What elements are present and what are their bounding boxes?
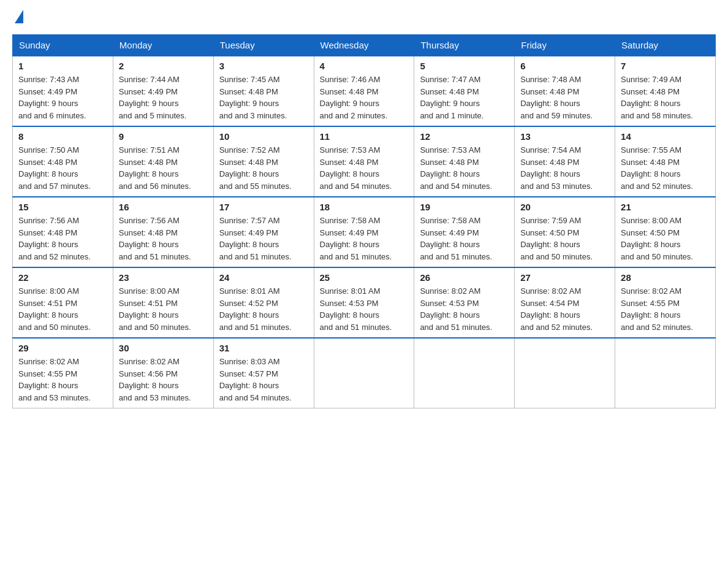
- day-info: Sunrise: 7:55 AMSunset: 4:48 PMDaylight:…: [621, 144, 710, 192]
- day-info: Sunrise: 8:00 AMSunset: 4:50 PMDaylight:…: [621, 215, 710, 262]
- calendar-header: SundayMondayTuesdayWednesdayThursdayFrid…: [13, 35, 716, 56]
- day-info: Sunrise: 7:58 AMSunset: 4:49 PMDaylight:…: [320, 215, 409, 262]
- calendar-week-row: 15Sunrise: 7:56 AMSunset: 4:48 PMDayligh…: [13, 197, 716, 267]
- calendar-day-cell: 7Sunrise: 7:49 AMSunset: 4:48 PMDaylight…: [615, 56, 716, 126]
- calendar-day-cell: 21Sunrise: 8:00 AMSunset: 4:50 PMDayligh…: [615, 197, 716, 267]
- calendar-week-row: 8Sunrise: 7:50 AMSunset: 4:48 PMDaylight…: [13, 126, 716, 197]
- calendar-day-cell: [414, 338, 515, 408]
- logo: [12, 12, 23, 23]
- day-info: Sunrise: 7:49 AMSunset: 4:48 PMDaylight:…: [621, 74, 710, 121]
- calendar-day-cell: 1Sunrise: 7:43 AMSunset: 4:49 PMDaylight…: [13, 56, 113, 126]
- calendar-week-row: 22Sunrise: 8:00 AMSunset: 4:51 PMDayligh…: [13, 267, 716, 338]
- day-number: 23: [119, 272, 208, 283]
- day-number: 17: [219, 202, 308, 212]
- day-number: 2: [119, 61, 208, 71]
- day-info: Sunrise: 7:52 AMSunset: 4:48 PMDaylight:…: [219, 144, 308, 192]
- day-info: Sunrise: 7:51 AMSunset: 4:48 PMDaylight:…: [119, 144, 208, 192]
- day-info: Sunrise: 7:56 AMSunset: 4:48 PMDaylight:…: [18, 215, 107, 262]
- calendar-day-cell: 11Sunrise: 7:53 AMSunset: 4:48 PMDayligh…: [314, 126, 414, 197]
- day-number: 13: [520, 131, 609, 142]
- day-info: Sunrise: 7:59 AMSunset: 4:50 PMDaylight:…: [520, 215, 609, 262]
- day-number: 29: [18, 343, 107, 353]
- day-number: 24: [219, 272, 308, 283]
- day-info: Sunrise: 7:43 AMSunset: 4:49 PMDaylight:…: [18, 74, 107, 121]
- calendar-day-cell: 19Sunrise: 7:58 AMSunset: 4:49 PMDayligh…: [414, 197, 515, 267]
- day-number: 11: [320, 131, 409, 142]
- day-number: 12: [420, 131, 509, 142]
- calendar-day-cell: 27Sunrise: 8:02 AMSunset: 4:54 PMDayligh…: [515, 267, 615, 338]
- weekday-header-tuesday: Tuesday: [213, 35, 314, 56]
- calendar-day-cell: 15Sunrise: 7:56 AMSunset: 4:48 PMDayligh…: [13, 197, 113, 267]
- day-number: 6: [520, 61, 609, 71]
- day-info: Sunrise: 7:46 AMSunset: 4:48 PMDaylight:…: [320, 74, 409, 121]
- calendar-day-cell: 4Sunrise: 7:46 AMSunset: 4:48 PMDaylight…: [314, 56, 414, 126]
- calendar-day-cell: 3Sunrise: 7:45 AMSunset: 4:48 PMDaylight…: [213, 56, 314, 126]
- day-info: Sunrise: 8:02 AMSunset: 4:56 PMDaylight:…: [119, 356, 208, 404]
- day-number: 9: [119, 131, 208, 142]
- calendar-day-cell: [615, 338, 716, 408]
- calendar-day-cell: 17Sunrise: 7:57 AMSunset: 4:49 PMDayligh…: [213, 197, 314, 267]
- calendar-day-cell: 31Sunrise: 8:03 AMSunset: 4:57 PMDayligh…: [213, 338, 314, 408]
- day-info: Sunrise: 7:57 AMSunset: 4:49 PMDaylight:…: [219, 215, 308, 262]
- day-info: Sunrise: 8:02 AMSunset: 4:55 PMDaylight:…: [621, 285, 710, 333]
- calendar-day-cell: 2Sunrise: 7:44 AMSunset: 4:49 PMDaylight…: [113, 56, 213, 126]
- weekday-header-thursday: Thursday: [414, 35, 515, 56]
- calendar-day-cell: 10Sunrise: 7:52 AMSunset: 4:48 PMDayligh…: [213, 126, 314, 197]
- calendar-day-cell: 16Sunrise: 7:56 AMSunset: 4:48 PMDayligh…: [113, 197, 213, 267]
- day-info: Sunrise: 7:45 AMSunset: 4:48 PMDaylight:…: [219, 74, 308, 121]
- day-number: 4: [320, 61, 409, 71]
- calendar-day-cell: 20Sunrise: 7:59 AMSunset: 4:50 PMDayligh…: [515, 197, 615, 267]
- calendar-day-cell: 13Sunrise: 7:54 AMSunset: 4:48 PMDayligh…: [515, 126, 615, 197]
- calendar-day-cell: 22Sunrise: 8:00 AMSunset: 4:51 PMDayligh…: [13, 267, 113, 338]
- weekday-header-row: SundayMondayTuesdayWednesdayThursdayFrid…: [13, 35, 716, 56]
- day-number: 7: [621, 61, 710, 71]
- day-number: 25: [320, 272, 409, 283]
- calendar-day-cell: 14Sunrise: 7:55 AMSunset: 4:48 PMDayligh…: [615, 126, 716, 197]
- calendar-day-cell: [515, 338, 615, 408]
- calendar-table: SundayMondayTuesdayWednesdayThursdayFrid…: [12, 34, 716, 408]
- weekday-header-saturday: Saturday: [615, 35, 716, 56]
- calendar-day-cell: 9Sunrise: 7:51 AMSunset: 4:48 PMDaylight…: [113, 126, 213, 197]
- day-number: 18: [320, 202, 409, 212]
- day-number: 22: [18, 272, 107, 283]
- calendar-day-cell: 29Sunrise: 8:02 AMSunset: 4:55 PMDayligh…: [13, 338, 113, 408]
- day-number: 27: [520, 272, 609, 283]
- logo-triangle-icon: [15, 10, 23, 23]
- calendar-week-row: 29Sunrise: 8:02 AMSunset: 4:55 PMDayligh…: [13, 338, 716, 408]
- day-info: Sunrise: 7:44 AMSunset: 4:49 PMDaylight:…: [119, 74, 208, 121]
- calendar-day-cell: 8Sunrise: 7:50 AMSunset: 4:48 PMDaylight…: [13, 126, 113, 197]
- day-number: 19: [420, 202, 509, 212]
- day-info: Sunrise: 8:01 AMSunset: 4:53 PMDaylight:…: [320, 285, 409, 333]
- day-number: 30: [119, 343, 208, 353]
- day-info: Sunrise: 7:53 AMSunset: 4:48 PMDaylight:…: [420, 144, 509, 192]
- weekday-header-sunday: Sunday: [13, 35, 113, 56]
- calendar-day-cell: 18Sunrise: 7:58 AMSunset: 4:49 PMDayligh…: [314, 197, 414, 267]
- day-number: 14: [621, 131, 710, 142]
- weekday-header-friday: Friday: [515, 35, 615, 56]
- day-number: 8: [18, 131, 107, 142]
- weekday-header-wednesday: Wednesday: [314, 35, 414, 56]
- day-info: Sunrise: 7:50 AMSunset: 4:48 PMDaylight:…: [18, 144, 107, 192]
- calendar-day-cell: [314, 338, 414, 408]
- day-info: Sunrise: 8:02 AMSunset: 4:54 PMDaylight:…: [520, 285, 609, 333]
- day-number: 28: [621, 272, 710, 283]
- calendar-day-cell: 25Sunrise: 8:01 AMSunset: 4:53 PMDayligh…: [314, 267, 414, 338]
- day-info: Sunrise: 8:00 AMSunset: 4:51 PMDaylight:…: [18, 285, 107, 333]
- calendar-body: 1Sunrise: 7:43 AMSunset: 4:49 PMDaylight…: [13, 56, 716, 408]
- day-info: Sunrise: 7:48 AMSunset: 4:48 PMDaylight:…: [520, 74, 609, 121]
- calendar-day-cell: 26Sunrise: 8:02 AMSunset: 4:53 PMDayligh…: [414, 267, 515, 338]
- day-number: 20: [520, 202, 609, 212]
- day-info: Sunrise: 8:00 AMSunset: 4:51 PMDaylight:…: [119, 285, 208, 333]
- page-header: [12, 12, 716, 23]
- day-info: Sunrise: 7:47 AMSunset: 4:48 PMDaylight:…: [420, 74, 509, 121]
- day-info: Sunrise: 8:01 AMSunset: 4:52 PMDaylight:…: [219, 285, 308, 333]
- weekday-header-monday: Monday: [113, 35, 213, 56]
- day-info: Sunrise: 8:02 AMSunset: 4:53 PMDaylight:…: [420, 285, 509, 333]
- day-number: 15: [18, 202, 107, 212]
- day-number: 31: [219, 343, 308, 353]
- calendar-day-cell: 23Sunrise: 8:00 AMSunset: 4:51 PMDayligh…: [113, 267, 213, 338]
- day-info: Sunrise: 7:56 AMSunset: 4:48 PMDaylight:…: [119, 215, 208, 262]
- calendar-day-cell: 24Sunrise: 8:01 AMSunset: 4:52 PMDayligh…: [213, 267, 314, 338]
- day-number: 10: [219, 131, 308, 142]
- day-info: Sunrise: 8:02 AMSunset: 4:55 PMDaylight:…: [18, 356, 107, 404]
